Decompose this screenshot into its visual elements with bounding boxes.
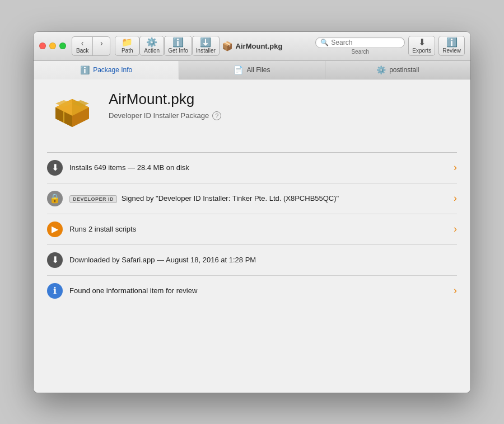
package-icon xyxy=(50,93,95,138)
review-icon: ℹ️ xyxy=(446,38,458,47)
tabs-bar: ℹ️ Package Info 📄 All Files ⚙️ postinsta… xyxy=(34,61,470,79)
forward-button[interactable]: › xyxy=(93,37,110,55)
search-input[interactable] xyxy=(331,39,400,46)
package-header: AirMount.pkg Developer ID Installer Pack… xyxy=(47,91,457,141)
info-icon: ℹ xyxy=(47,283,63,299)
back-label: Back xyxy=(76,48,88,54)
postinstall-tab-icon: ⚙️ xyxy=(376,65,386,74)
info-row[interactable]: ℹ Found one informational item for revie… xyxy=(47,276,457,306)
exports-icon: ⬇ xyxy=(418,38,426,47)
postinstall-tab-label: postinstall xyxy=(389,66,419,74)
review-button[interactable]: ℹ️ Review xyxy=(438,36,465,56)
main-window: ‹ Back › 📁 Path ⚙️ Action ℹ️ Get Info ⬇️… xyxy=(34,32,470,393)
tab-postinstall[interactable]: ⚙️ postinstall xyxy=(325,61,470,79)
installer-label: Installer xyxy=(196,48,216,54)
info-rows: ⬇ Installs 649 items — 28.4 MB on disk ›… xyxy=(47,153,457,306)
exports-label: Exports xyxy=(412,48,431,54)
action-icon: ⚙️ xyxy=(146,38,157,47)
info-text: Found one informational item for review xyxy=(69,286,447,295)
search-label: Search xyxy=(351,49,369,55)
scripts-row[interactable]: ▶ Runs 2 install scripts › xyxy=(47,214,457,245)
package-title: AirMount.pkg xyxy=(109,91,457,108)
window-title: 📦 AirMount.pkg xyxy=(222,41,283,51)
scripts-text: Runs 2 install scripts xyxy=(69,225,447,233)
path-icon: 📁 xyxy=(122,38,133,47)
traffic-lights xyxy=(39,43,66,49)
toolbar-right: 🔍 Search ⬇ Exports ℹ️ Review xyxy=(315,36,465,56)
downloaded-text: Downloaded by Safari.app — August 18, 20… xyxy=(69,256,457,264)
path-button[interactable]: 📁 Path xyxy=(115,36,139,56)
installs-row[interactable]: ⬇ Installs 649 items — 28.4 MB on disk › xyxy=(47,153,457,183)
installs-icon: ⬇ xyxy=(47,160,63,176)
package-info-header: AirMount.pkg Developer ID Installer Pack… xyxy=(109,91,457,120)
titlebar: ‹ Back › 📁 Path ⚙️ Action ℹ️ Get Info ⬇️… xyxy=(34,32,470,61)
forward-icon: › xyxy=(100,39,103,48)
tab-all-files[interactable]: 📄 All Files xyxy=(179,61,325,79)
back-icon: ‹ xyxy=(81,39,84,48)
scripts-icon: ▶ xyxy=(47,222,63,237)
action-label: Action xyxy=(144,48,160,54)
package-info-tab-label: Package Info xyxy=(93,66,132,74)
maximize-button[interactable] xyxy=(59,43,66,49)
installs-arrow: › xyxy=(454,162,457,173)
search-icon: 🔍 xyxy=(320,39,329,46)
title-pkg-icon: 📦 xyxy=(222,41,233,51)
back-forward-group: ‹ Back › xyxy=(72,36,110,56)
signed-text-value: Signed by "Developer ID Installer: Tinke… xyxy=(122,194,339,202)
package-icon-box xyxy=(47,91,97,141)
downloaded-icon: ⬇ xyxy=(47,252,63,268)
signed-arrow: › xyxy=(454,192,457,204)
package-info-tab-icon: ℹ️ xyxy=(80,65,90,74)
all-files-tab-icon: 📄 xyxy=(234,65,243,74)
tab-package-info[interactable]: ℹ️ Package Info xyxy=(34,61,179,79)
minimize-button[interactable] xyxy=(49,43,56,49)
package-subtitle-text: Developer ID Installer Package xyxy=(109,111,209,120)
help-button[interactable]: ? xyxy=(212,111,221,120)
search-box[interactable]: 🔍 xyxy=(315,37,405,48)
review-label: Review xyxy=(442,48,461,54)
main-content: AirMount.pkg Developer ID Installer Pack… xyxy=(34,79,470,393)
installs-text: Installs 649 items — 28.4 MB on disk xyxy=(69,163,447,172)
get-info-button[interactable]: ℹ️ Get Info xyxy=(164,36,192,56)
get-info-label: Get Info xyxy=(168,48,188,54)
back-button[interactable]: ‹ Back xyxy=(72,37,93,55)
signed-text: DEVELOPER ID Signed by "Developer ID Ins… xyxy=(69,194,447,202)
all-files-tab-label: All Files xyxy=(246,66,270,74)
exports-button[interactable]: ⬇ Exports xyxy=(408,36,435,56)
path-label: Path xyxy=(122,48,133,54)
signed-row[interactable]: 🔒 DEVELOPER ID Signed by "Developer ID I… xyxy=(47,183,457,214)
scripts-arrow: › xyxy=(454,223,457,235)
installer-button[interactable]: ⬇️ Installer xyxy=(192,36,220,56)
package-subtitle: Developer ID Installer Package ? xyxy=(109,111,457,120)
downloaded-row[interactable]: ⬇ Downloaded by Safari.app — August 18, … xyxy=(47,245,457,276)
signed-icon: 🔒 xyxy=(47,191,63,206)
close-button[interactable] xyxy=(39,43,46,49)
search-container: 🔍 Search xyxy=(315,37,405,55)
title-text: AirMount.pkg xyxy=(236,42,283,50)
installer-icon: ⬇️ xyxy=(200,38,211,47)
info-arrow: › xyxy=(454,285,457,296)
developer-badge: DEVELOPER ID xyxy=(69,195,117,203)
get-info-icon: ℹ️ xyxy=(172,38,184,47)
action-button[interactable]: ⚙️ Action xyxy=(139,36,164,56)
